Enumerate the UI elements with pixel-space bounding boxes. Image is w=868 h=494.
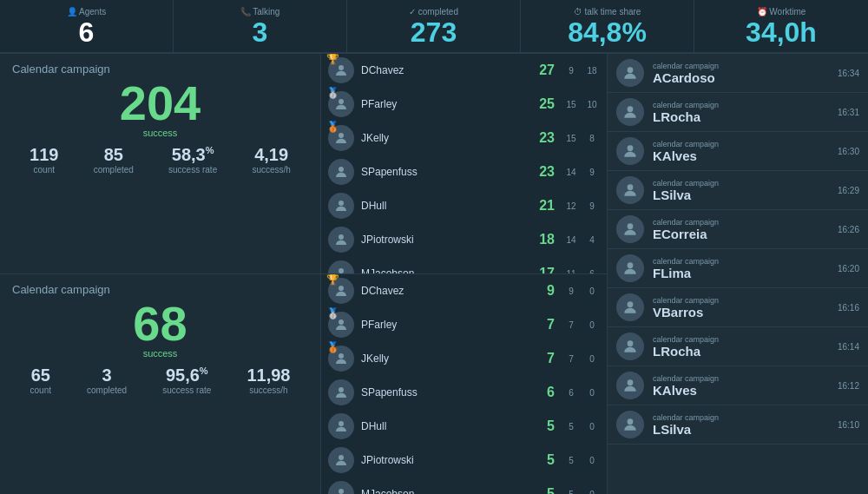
agent-score: 7: [534, 351, 555, 366]
talk-time-icon-label: ⏱ talk time share: [574, 7, 641, 16]
activity-campaign: calendar campaign: [653, 257, 838, 266]
campaign-1-rate-val: 58,3%: [168, 145, 217, 165]
svg-point-11: [339, 421, 344, 426]
agent-name: MJacobson: [361, 267, 534, 274]
campaign-2-count-val: 65: [30, 366, 51, 385]
activity-info: calendar campaign LRocha: [653, 101, 838, 124]
campaign-1-completed: 85 completed: [94, 145, 134, 175]
campaign-2-sph-label: success/h: [247, 385, 290, 395]
agent-name: JPiotrowski: [361, 454, 534, 466]
completed-segment: ✓ completed 273: [347, 0, 521, 52]
activity-name: ACardoso: [653, 70, 838, 85]
agent-name: DHull: [361, 200, 534, 212]
svg-point-15: [628, 106, 634, 112]
svg-point-8: [339, 319, 344, 325]
leaderboard-row: SPapenfuss 6 6 0: [321, 376, 607, 410]
agents-segment: 👤 Agents 6: [0, 0, 174, 52]
svg-point-22: [628, 379, 634, 385]
agent-name: DChavez: [361, 64, 534, 76]
campaign-1-count: 119 count: [30, 145, 58, 175]
activity-avatar: [616, 411, 644, 438]
agent-col1: 7: [563, 354, 579, 364]
campaign-2-sph: 11,98 success/h: [247, 366, 290, 395]
svg-point-17: [628, 184, 634, 190]
campaign-1-title: Calendar campaign: [12, 63, 308, 76]
leaderboard-row: 🥉 JKelly 23 15 8: [321, 122, 607, 155]
activity-avatar: [616, 215, 644, 243]
activity-name: LRocha: [653, 109, 838, 124]
activity-time: 16:14: [838, 342, 859, 352]
agent-avatar: 🥉: [328, 125, 354, 151]
leaderboard-row: 🏆 DChavez 9 9 0: [321, 274, 607, 308]
agent-avatar: [328, 379, 354, 405]
agent-name: JKelly: [361, 132, 534, 144]
activity-item: calendar campaign LRocha 16:31: [608, 93, 868, 132]
leaderboard-row: DHull 5 5 0: [321, 410, 607, 444]
agents-icon-label: 👤 Agents: [67, 7, 106, 16]
agent-col1: 14: [563, 168, 579, 177]
agent-avatar: [328, 481, 354, 494]
activity-avatar: [616, 254, 644, 282]
leaderboard-top: 🏆 DChavez 27 9 18 🥈 PFarley 25 15 10 🥉 J…: [321, 54, 607, 274]
activity-campaign: calendar campaign: [653, 335, 838, 344]
activity-avatar: [616, 333, 644, 360]
svg-point-5: [339, 234, 344, 240]
agent-avatar: 🥉: [328, 346, 354, 372]
svg-point-4: [339, 201, 344, 206]
leaderboard-panel: 🏆 DChavez 27 9 18 🥈 PFarley 25 15 10 🥉 J…: [321, 54, 608, 494]
campaign-2-success-label: success: [12, 348, 308, 359]
agent-name: DChavez: [361, 285, 534, 297]
svg-point-2: [339, 133, 344, 138]
activity-name: FLima: [653, 266, 838, 280]
app-container: 👤 Agents 6 📞 Talking 3 ✓ completed 273 ⏱: [0, 0, 868, 494]
agent-score: 17: [534, 266, 555, 274]
svg-point-20: [628, 301, 634, 307]
campaign-1-success-num: 204: [12, 79, 308, 128]
activity-info: calendar campaign LSilva: [653, 179, 838, 202]
agent-avatar: [328, 159, 354, 185]
clock-icon: ⏱: [574, 7, 582, 16]
top-bar: 👤 Agents 6 📞 Talking 3 ✓ completed 273 ⏱: [0, 0, 868, 54]
agent-name: JKelly: [361, 352, 534, 365]
agent-col2: 0: [584, 320, 600, 330]
agent-score: 27: [534, 63, 555, 78]
campaign-2-count: 65 count: [30, 366, 51, 395]
leaderboard-row: MJacobson 5 5 0: [321, 478, 607, 494]
agent-score: 21: [534, 198, 555, 214]
activity-info: calendar campaign LRocha: [653, 335, 838, 359]
leaderboard-row: JPiotrowski 18 14 4: [321, 223, 607, 257]
campaign-2-success-num: 68: [12, 300, 308, 348]
agent-icon: 👤: [67, 7, 77, 16]
svg-point-7: [339, 286, 344, 291]
agent-score: 5: [534, 452, 555, 468]
svg-point-18: [628, 223, 634, 229]
agent-avatar: 🥈: [328, 312, 354, 338]
campaign-1-count-label: count: [30, 165, 58, 175]
agent-avatar: 🏆: [328, 278, 354, 304]
worktime-icon: ⏰: [757, 7, 767, 16]
phone-icon: 📞: [240, 7, 251, 16]
agent-avatar: [328, 227, 354, 253]
activity-name: LSilva: [653, 422, 838, 437]
agent-score: 18: [534, 232, 555, 247]
agent-avatar: [328, 260, 354, 274]
agent-col1: 5: [563, 422, 579, 431]
talk-time-value: 84,8%: [568, 18, 647, 46]
activity-campaign: calendar campaign: [653, 179, 838, 188]
campaign-1-count-val: 119: [30, 145, 58, 165]
campaigns-panel: Calendar campaign 204 success 119 count …: [0, 54, 321, 494]
activity-time: 16:12: [838, 381, 859, 391]
activity-name: ECorreia: [653, 227, 838, 241]
activity-info: calendar campaign FLima: [653, 257, 838, 280]
activity-campaign: calendar campaign: [653, 101, 838, 109]
activity-item: calendar campaign LSilva 16:10: [608, 405, 868, 445]
campaign-1-sph: 4,19 success/h: [252, 145, 290, 175]
agent-col2: 8: [584, 134, 600, 143]
agent-avatar: [328, 193, 354, 219]
agent-score: 6: [534, 385, 555, 400]
agent-col1: 15: [563, 100, 579, 109]
talking-icon-label: 📞 Talking: [240, 7, 280, 16]
agent-col2: 0: [584, 490, 600, 495]
activity-time: 16:31: [838, 108, 859, 117]
agent-score: 5: [534, 486, 555, 494]
